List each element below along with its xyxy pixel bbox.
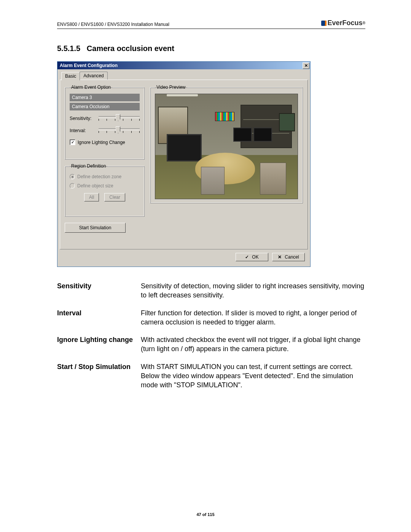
detection-zone-radio (70, 174, 75, 179)
cancel-label: Cancel (285, 254, 299, 260)
section-number: 5.5.1.5 (57, 44, 80, 53)
brand-name: EverFocus (328, 19, 363, 27)
dialog-footer: OK Cancel (60, 250, 308, 264)
page-number: 47 of 115 (0, 512, 411, 517)
event-type-selector[interactable]: Camera Occlusion (70, 103, 140, 110)
section-heading: 5.5.1.5 Camera occlusion event (57, 44, 365, 53)
interval-slider[interactable] (99, 126, 140, 135)
close-icon[interactable]: ✕ (303, 62, 309, 69)
camera-selector[interactable]: Camera 3 (70, 94, 140, 101)
alarm-event-option-group: Alarm Event Option Camera 3 Camera Occlu… (65, 85, 145, 160)
all-button: All (84, 193, 99, 201)
desc-row-interval: Interval Filter function for detection. … (57, 308, 365, 327)
video-preview-legend: Video Preview (155, 85, 187, 90)
detection-zone-label: Define detection zone (77, 174, 121, 179)
brand-icon (321, 21, 327, 26)
start-simulation-row: Start Simulation (65, 223, 145, 233)
clear-button: Clear (104, 193, 125, 201)
alarm-event-option-legend: Alarm Event Option (70, 85, 112, 90)
sensitivity-slider[interactable] (99, 114, 140, 123)
video-preview-group: Video Preview (150, 85, 303, 203)
section-title-text: Camera occlusion event (87, 44, 174, 53)
x-icon (278, 254, 282, 260)
sensitivity-label: Sensitivity: (70, 116, 99, 121)
check-icon (245, 254, 249, 260)
desc-row-start-stop-sim: Start / Stop Simulation With START SIMUL… (57, 362, 365, 390)
ignore-lighting-label: Ignore Lighting Change (78, 140, 125, 145)
desc-row-sensitivity: Sensitivity Sensitivity of detection, mo… (57, 281, 365, 300)
dialog-tabstrip: Basic Advanced (61, 72, 308, 80)
ok-label: OK (252, 254, 258, 260)
start-simulation-button[interactable]: Start Simulation (65, 223, 126, 233)
region-definition-group: Region Definition Define detection zone … (65, 163, 145, 217)
desc-def: With START SIMULATION you can test, if c… (141, 362, 365, 390)
desc-term: Sensitivity (57, 281, 141, 300)
doc-id: ENVS800 / ENVS1600 / ENVS3200 Installati… (57, 22, 169, 27)
object-size-label: Define object size (77, 183, 113, 189)
page-header: ENVS800 / ENVS1600 / ENVS3200 Installati… (57, 19, 365, 29)
ignore-lighting-checkbox[interactable]: ✓ (70, 139, 75, 145)
interval-label: Interval: (70, 128, 99, 133)
tab-panel-basic: Alarm Event Option Camera 3 Camera Occlu… (60, 80, 308, 249)
desc-term: Ignore Lighting change (57, 335, 141, 354)
tab-advanced[interactable]: Advanced (80, 72, 107, 80)
video-preview-image (155, 94, 298, 199)
desc-row-ignore-lighting: Ignore Lighting change With activated ch… (57, 335, 365, 354)
parameter-description-list: Sensitivity Sensitivity of detection, mo… (57, 281, 365, 390)
brand-logo: EverFocus® (321, 19, 365, 27)
desc-def: Filter function for detection. If slider… (141, 308, 365, 327)
dialog-title: Alarm Event Configuration (60, 63, 118, 68)
object-size-radio (70, 183, 75, 189)
tab-basic[interactable]: Basic (61, 72, 80, 80)
dialog-titlebar: Alarm Event Configuration ✕ (57, 62, 310, 69)
region-definition-legend: Region Definition (70, 163, 107, 169)
desc-term: Start / Stop Simulation (57, 362, 141, 390)
cancel-button[interactable]: Cancel (272, 253, 305, 261)
ok-button[interactable]: OK (236, 253, 268, 261)
desc-def: Sensitivity of detection, moving slider … (141, 281, 365, 300)
alarm-event-dialog: Alarm Event Configuration ✕ Basic Advanc… (57, 61, 311, 267)
desc-term: Interval (57, 308, 141, 327)
desc-def: With activated checkbox the event will n… (141, 335, 365, 354)
